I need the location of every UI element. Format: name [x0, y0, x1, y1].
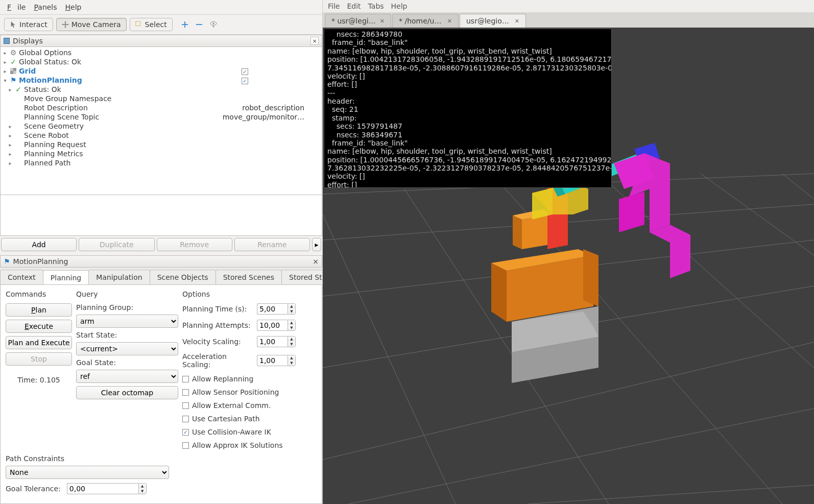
menu-file[interactable]: File: [4, 2, 29, 12]
mp-panel-close-button[interactable]: ×: [313, 257, 319, 266]
tab-stored-scenes[interactable]: Stored Scenes: [216, 270, 282, 284]
terminal-output[interactable]: nsecs: 286349780 frame_id: "base_link" n…: [324, 29, 612, 188]
goal-tolerance-input[interactable]: [67, 483, 138, 494]
tab-stored-states[interactable]: Stored Sta: [281, 270, 322, 284]
term-menu-file[interactable]: File: [328, 2, 340, 10]
tree-mp-scenetopic[interactable]: Planning Scene Topic: [24, 113, 99, 121]
move-camera-label: Move Camera: [71, 20, 121, 29]
spin-down-icon[interactable]: ▼: [288, 361, 295, 366]
tree-mp-metrics[interactable]: Planning Metrics: [24, 150, 83, 158]
motionplanning-panel-header: ⚑ MotionPlanning ×: [0, 255, 322, 268]
grid-checkbox[interactable]: ✓: [242, 68, 248, 75]
spin-up-icon[interactable]: ▲: [288, 355, 295, 361]
planning-group-select[interactable]: arm: [76, 315, 178, 328]
collisionik-label: Use Collision-Aware IK: [192, 428, 271, 436]
acceleration-scaling-input[interactable]: [257, 355, 288, 366]
stop-button[interactable]: Stop: [6, 352, 72, 366]
spin-up-icon[interactable]: ▲: [288, 320, 295, 325]
plan-attempts-input[interactable]: [257, 320, 288, 331]
terminal-text: nsecs: 286349780 frame_id: "base_link" n…: [327, 30, 612, 188]
term-menu-edit[interactable]: Edit: [347, 2, 361, 10]
tree-mp-robotdesc[interactable]: Robot Description: [24, 104, 88, 112]
tree-motionplanning[interactable]: MotionPlanning: [19, 76, 82, 84]
spin-up-icon[interactable]: ▲: [288, 337, 295, 342]
spin-up-icon[interactable]: ▲: [139, 484, 146, 489]
goal-state-select[interactable]: ref: [76, 370, 178, 383]
close-icon[interactable]: ✕: [515, 18, 519, 25]
term-tab-2[interactable]: * /home/us…✕: [392, 14, 459, 28]
focus-minus-icon[interactable]: [195, 20, 203, 29]
plan-and-execute-button[interactable]: Plan and Execute: [6, 336, 72, 349]
tree-mp-scenegeom[interactable]: Scene Geometry: [24, 122, 84, 130]
sensor-checkbox[interactable]: [182, 389, 189, 396]
tab-context[interactable]: Context: [0, 270, 43, 284]
close-icon[interactable]: ✕: [447, 18, 452, 25]
planning-group-label: Planning Group:: [76, 303, 178, 311]
path-constraints-select[interactable]: None: [6, 466, 169, 479]
mp-checkbox[interactable]: ✓: [242, 78, 248, 84]
spin-down-icon[interactable]: ▼: [288, 325, 295, 330]
tree-mp-planreq[interactable]: Planning Request: [24, 140, 86, 149]
term-menu-help[interactable]: Help: [391, 2, 408, 10]
displays-icon: [4, 38, 10, 44]
tab-planning[interactable]: Planning: [43, 270, 89, 285]
close-icon[interactable]: ✕: [380, 18, 385, 25]
move-icon: [62, 21, 69, 28]
velocity-scaling-input[interactable]: [257, 336, 288, 347]
rename-button[interactable]: Rename: [234, 238, 310, 251]
interact-button[interactable]: Interact: [4, 18, 53, 31]
approxik-checkbox[interactable]: [182, 442, 189, 449]
tree-mp-status[interactable]: Status: Ok: [24, 85, 61, 93]
select-button[interactable]: Select: [130, 18, 173, 31]
spin-down-icon[interactable]: ▼: [139, 489, 146, 494]
remove-button[interactable]: Remove: [157, 238, 232, 251]
start-state-label: Start State:: [76, 331, 178, 339]
spin-down-icon[interactable]: ▼: [288, 309, 295, 314]
path-constraints-label: Path Constraints: [6, 454, 317, 463]
term-tab-3[interactable]: usr@legion: ~✕: [460, 14, 526, 28]
cursor-icon: [10, 21, 17, 28]
spin-down-icon[interactable]: ▼: [288, 342, 295, 347]
focus-plus-icon[interactable]: [181, 20, 189, 29]
tab-manipulation[interactable]: Manipulation: [88, 270, 150, 284]
execute-button[interactable]: Execute: [6, 320, 72, 333]
query-heading: Query: [76, 290, 178, 298]
add-button[interactable]: Add: [1, 238, 77, 251]
term-tab-1[interactable]: * usr@legioo…✕: [325, 14, 391, 28]
displays-title: Displays: [13, 37, 43, 45]
cartesian-label: Use Cartesian Path: [192, 415, 260, 423]
menu-help[interactable]: Help: [62, 2, 85, 12]
tree-global-status[interactable]: Global Status: Ok: [19, 58, 81, 66]
left-pane: File Panels Help Interact Move Camera Se…: [0, 0, 323, 504]
eye-down-icon[interactable]: [209, 20, 218, 29]
select-label: Select: [145, 20, 167, 29]
tree-mp-scenerobot[interactable]: Scene Robot: [24, 131, 69, 139]
tab-scene-objects[interactable]: Scene Objects: [150, 270, 216, 284]
scroll-right-button[interactable]: ▸: [312, 238, 321, 251]
plan-attempts-label: Planning Attempts:: [182, 321, 254, 329]
spin-up-icon[interactable]: ▲: [288, 304, 295, 309]
start-state-select[interactable]: <current>: [76, 342, 178, 355]
clear-octomap-button[interactable]: Clear octomap: [76, 386, 178, 399]
mp-panel-icon: ⚑: [4, 257, 10, 266]
tree-global-options[interactable]: Global Options: [19, 49, 71, 57]
check-icon: ✓: [9, 58, 17, 66]
svg-point-3: [212, 23, 214, 25]
tree-mp-namespace[interactable]: Move Group Namespace: [24, 94, 111, 103]
replanning-checkbox[interactable]: [182, 376, 189, 382]
plan-button[interactable]: Plan: [6, 303, 72, 317]
plan-time-input[interactable]: [257, 303, 288, 315]
extcomm-checkbox[interactable]: [182, 402, 189, 409]
menu-panels[interactable]: Panels: [31, 2, 60, 12]
term-menu-tabs[interactable]: Tabs: [368, 2, 384, 10]
duplicate-button[interactable]: Duplicate: [79, 238, 154, 251]
tree-mp-path[interactable]: Planned Path: [24, 159, 70, 167]
goal-tolerance-label: Goal Tolerance:: [6, 485, 61, 493]
cartesian-checkbox[interactable]: [182, 416, 189, 422]
move-camera-button[interactable]: Move Camera: [56, 18, 127, 31]
displays-tree[interactable]: ▸⚙Global Options ▸✓Global Status: Ok ▸Gr…: [0, 47, 322, 195]
tree-grid[interactable]: Grid: [19, 67, 36, 75]
displays-close-button[interactable]: ×: [310, 37, 319, 45]
collisionik-checkbox[interactable]: ✓: [182, 429, 189, 436]
grid-icon: [9, 67, 17, 75]
